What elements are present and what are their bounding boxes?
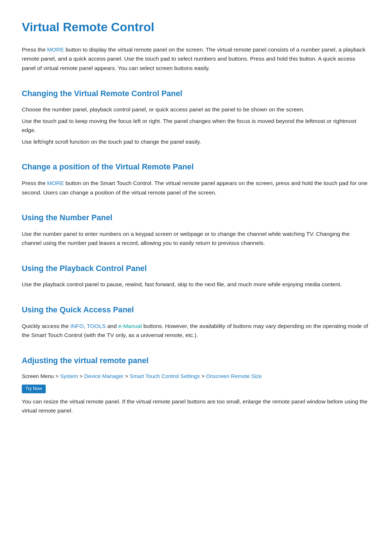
try-now-badge[interactable]: Try Now: [22, 383, 370, 397]
more-highlight-position: MORE: [47, 180, 64, 186]
section-text-number-panel-1: Use the number panel to enter numbers on…: [22, 229, 370, 248]
breadcrumb-separator-4: >: [201, 373, 206, 379]
section-text-changing-2: Use the touch pad to keep moving the foc…: [22, 116, 370, 135]
section-heading-quick-access: Using the Quick Access Panel: [22, 304, 370, 316]
section-text-change-position-1: Press the MORE button on the Smart Touch…: [22, 178, 370, 197]
section-text-adjusting-1: You can resize the virtual remote panel.…: [22, 397, 370, 415]
section-number-panel: Using the Number Panel Use the number pa…: [22, 212, 370, 248]
section-changing: Changing the Virtual Remote Control Pane…: [22, 87, 370, 147]
breadcrumb-onscreen-remote[interactable]: Onscreen Remote Size: [206, 373, 262, 379]
breadcrumb-separator-3: >: [125, 373, 130, 379]
section-text-changing-1: Choose the number panel, playback contro…: [22, 105, 370, 114]
breadcrumb-smart-touch[interactable]: Smart Touch Control Settings: [130, 373, 200, 379]
breadcrumb-device-manager[interactable]: Device Manager: [84, 373, 123, 379]
section-adjusting: Adjusting the virtual remote panel Scree…: [22, 354, 370, 415]
section-text-playback-panel-1: Use the playback control panel to pause,…: [22, 280, 370, 289]
section-heading-change-position: Change a position of the Virtual Remote …: [22, 161, 370, 173]
breadcrumb-separator-2: >: [79, 373, 84, 379]
section-heading-number-panel: Using the Number Panel: [22, 212, 370, 224]
section-change-position: Change a position of the Virtual Remote …: [22, 161, 370, 197]
section-quick-access: Using the Quick Access Panel Quickly acc…: [22, 304, 370, 340]
section-heading-playback-panel: Using the Playback Control Panel: [22, 262, 370, 275]
breadcrumb-screen-menu: Screen Menu: [22, 373, 54, 379]
breadcrumb-system[interactable]: System: [60, 373, 78, 379]
intro-paragraph: Press the MORE button to display the vir…: [22, 45, 370, 73]
section-playback-panel: Using the Playback Control Panel Use the…: [22, 262, 370, 289]
emanual-highlight: e-Manual: [118, 323, 142, 329]
tools-highlight: TOOLS: [87, 323, 106, 329]
section-text-changing-3: Use left/right scroll function on the to…: [22, 137, 370, 147]
section-heading-adjusting: Adjusting the virtual remote panel: [22, 354, 370, 367]
info-highlight: INFO: [70, 323, 84, 329]
more-highlight-intro: MORE: [47, 46, 64, 53]
breadcrumb-separator-1: >: [56, 373, 60, 379]
page-title: Virtual Remote Control: [22, 17, 370, 37]
section-heading-changing: Changing the Virtual Remote Control Pane…: [22, 87, 370, 100]
section-text-quick-access-1: Quickly access the INFO, TOOLS and e-Man…: [22, 321, 370, 340]
breadcrumb: Screen Menu > System > Device Manager > …: [22, 372, 370, 381]
